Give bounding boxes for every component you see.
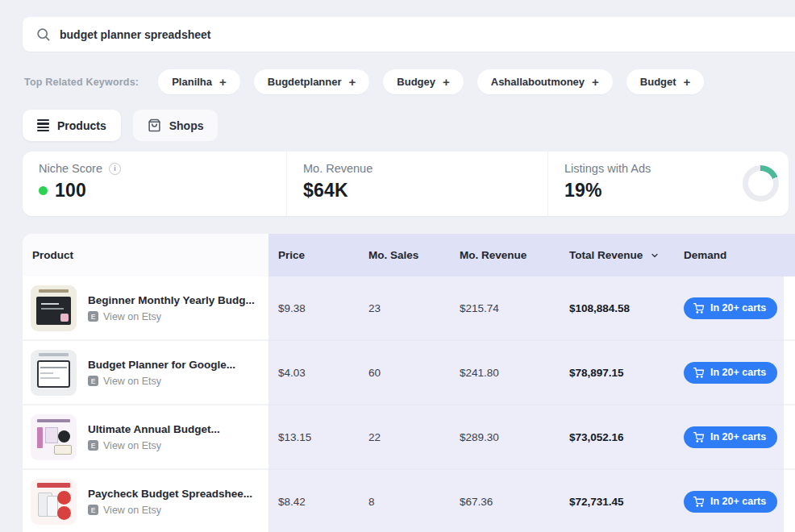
mo-sales-cell: 22 [359,405,450,470]
view-on-etsy-link[interactable]: E View on Etsy [88,376,235,387]
product-thumbnail[interactable] [31,414,77,460]
total-revenue-cell: $73,052.16 [560,405,674,470]
tab-products-label: Products [57,119,106,132]
niche-stats-card: Niche Score i 100 Mo. Revenue $64K Listi… [23,152,789,216]
product-thumbnail[interactable] [31,479,77,525]
etsy-icon: E [88,440,98,451]
product-title: Budget Planner for Google... [88,359,235,371]
product-cell: Paycheck Budget Spreadshee... E View on … [23,470,268,532]
view-on-etsy-link[interactable]: E View on Etsy [88,311,255,322]
column-header-demand[interactable]: Demand [674,234,784,276]
etsy-icon: E [88,376,98,386]
price-cell: $13.15 [268,405,359,470]
demand-badge-label: In 20+ carts [710,367,766,378]
keyword-chip-budget[interactable]: Budget + [626,69,705,94]
mo-sales-cell: 23 [359,276,450,341]
table-body: Beginner Monthly Yearly Budg... E View o… [23,276,795,532]
keyword-chip-label: Budgey [397,76,435,88]
row-filler [784,341,795,405]
niche-score-label: Niche Score [39,162,102,175]
add-keyword-icon[interactable]: + [349,76,356,88]
product-title: Ultimate Annual Budget... [88,423,220,435]
keyword-chip-label: Planilha [172,76,212,88]
info-icon[interactable]: i [109,163,121,175]
add-keyword-icon[interactable]: + [443,76,450,88]
view-on-etsy-label: View on Etsy [103,311,161,322]
mo-revenue-value: $64K [303,180,348,202]
table-header: Product Price Mo. Sales Mo. Revenue Tota… [23,234,795,276]
column-header-mo-revenue[interactable]: Mo. Revenue [450,234,560,276]
mo-revenue-cell: $289.30 [450,405,560,470]
related-keywords-label: Top Related Keywords: [24,77,139,88]
demand-badge: In 20+ carts [684,491,777,513]
mo-sales-cell: 8 [359,470,450,532]
sort-chevron-down-icon[interactable] [650,251,660,260]
demand-badge: In 20+ carts [684,297,777,319]
column-header-total-revenue[interactable]: Total Revenue [560,234,674,276]
listings-with-ads-label: Listings with Ads [564,162,651,175]
mo-revenue-cell: $241.80 [450,341,560,405]
list-icon [37,119,49,132]
product-cell: Budget Planner for Google... E View on E… [23,341,268,405]
total-revenue-cell: $78,897.15 [560,341,674,405]
demand-cell: In 20+ carts [674,405,784,470]
page: Top Related Keywords: Planilha + Bugdetp… [0,0,795,532]
products-table: Product Price Mo. Sales Mo. Revenue Tota… [23,234,795,532]
stat-mo-revenue: Mo. Revenue $64K [287,152,548,216]
etsy-icon: E [88,505,98,515]
etsy-icon: E [88,311,98,322]
price-cell: $9.38 [268,276,359,341]
table-row: Paycheck Budget Spreadshee... E View on … [23,470,795,532]
column-header-product: Product [23,234,268,276]
search-input[interactable] [60,17,782,52]
cart-icon [693,303,704,314]
demand-badge: In 20+ carts [684,426,777,448]
keyword-chips: Planilha + Bugdetplanner + Budgey + Asha… [158,69,704,94]
stat-niche-score: Niche Score i 100 [23,152,287,216]
demand-badge-label: In 20+ carts [710,431,766,443]
keyword-chip-budgey[interactable]: Budgey + [383,69,463,94]
view-tabs: Products Shops [23,110,218,141]
search-bar [23,17,795,52]
add-keyword-icon[interactable]: + [684,76,691,88]
demand-cell: In 20+ carts [674,276,784,341]
header-filler [784,234,795,276]
cart-icon [693,432,704,443]
keyword-chip-planilha[interactable]: Planilha + [158,69,240,94]
cart-icon [693,497,704,507]
product-thumbnail[interactable] [31,285,77,331]
column-header-price[interactable]: Price [268,234,359,276]
shopping-bag-icon [148,118,161,132]
row-filler [784,405,795,470]
product-cell: Ultimate Annual Budget... E View on Etsy [23,405,268,470]
demand-badge-label: In 20+ carts [710,302,766,314]
ads-gauge [743,165,779,202]
row-filler [784,276,795,341]
column-header-mo-sales[interactable]: Mo. Sales [359,234,450,276]
keyword-chip-bugdetplanner[interactable]: Bugdetplanner + [254,69,370,94]
view-on-etsy-link[interactable]: E View on Etsy [88,440,220,451]
product-title: Paycheck Budget Spreadshee... [88,488,252,500]
price-cell: $8.42 [268,470,359,532]
row-filler [784,470,795,532]
mo-revenue-cell: $215.74 [450,276,560,341]
keyword-chip-ashallaboutmoney[interactable]: Ashallaboutmoney + [477,69,613,94]
tab-products[interactable]: Products [23,110,121,141]
add-keyword-icon[interactable]: + [219,76,227,88]
demand-cell: In 20+ carts [674,341,784,405]
demand-cell: In 20+ carts [674,470,784,532]
view-on-etsy-link[interactable]: E View on Etsy [88,505,252,516]
keyword-chip-label: Budget [640,76,676,88]
listings-with-ads-value: 19% [564,180,602,202]
tab-shops[interactable]: Shops [133,110,219,141]
product-thumbnail[interactable] [31,350,77,396]
mo-sales-cell: 60 [359,341,450,405]
stat-listings-with-ads: Listings with Ads 19% [548,152,789,216]
tab-shops-label: Shops [169,119,204,132]
mo-revenue-label: Mo. Revenue [303,162,373,175]
mo-revenue-cell: $67.36 [450,470,560,532]
product-title: Beginner Monthly Yearly Budg... [88,294,255,306]
view-on-etsy-label: View on Etsy [103,505,161,516]
add-keyword-icon[interactable]: + [592,76,599,88]
keyword-chip-label: Bugdetplanner [268,76,342,88]
